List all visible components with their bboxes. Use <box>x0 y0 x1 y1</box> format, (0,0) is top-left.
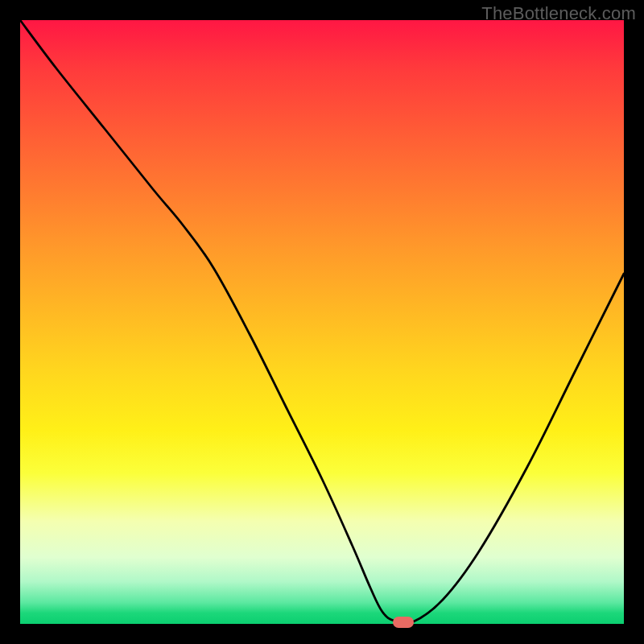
optimal-point-marker <box>393 617 414 628</box>
curve-path <box>20 20 624 624</box>
bottleneck-curve <box>20 20 624 624</box>
plot-area <box>20 20 624 624</box>
chart-frame: TheBottleneck.com <box>0 0 644 644</box>
watermark-text: TheBottleneck.com <box>481 3 636 24</box>
